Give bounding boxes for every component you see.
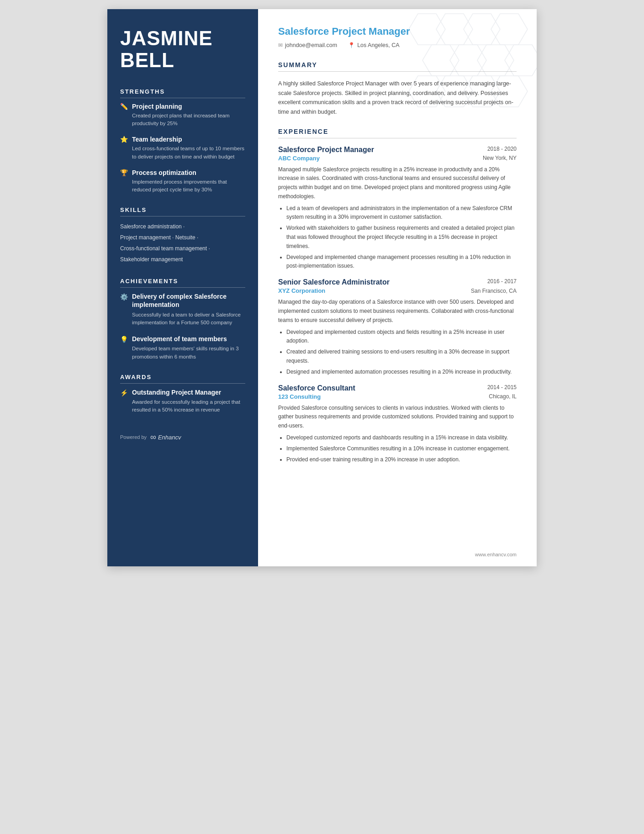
trophy-icon: 🏆 [120,169,128,176]
job-entry: Salesforce Consultant 2014 - 2015 123 Co… [278,384,517,465]
achievement-header: 💡 Development of team members [120,335,245,343]
summary-section-title: SUMMARY [278,61,517,72]
strength-desc: Created project plans that increased tea… [120,112,245,128]
skill-item: Salesforce administration · [120,221,245,232]
strength-header: 🏆 Process optimization [120,169,245,176]
strength-item: ⭐ Team leadership Led cross-functional t… [120,136,245,161]
strength-header: ⭐ Team leadership [120,136,245,143]
award-desc: Awarded for successfully leading a proje… [120,398,245,414]
exp-company: ABC Company [278,155,320,162]
award-item: ⚡ Outstanding Project Manager Awarded fo… [120,388,245,414]
strength-desc: Implemented process improvements that re… [120,178,245,194]
enhancv-logo-icon: ∞ [150,433,156,442]
exp-job-title: Salesforce Consultant [278,384,355,392]
email-icon: ✉ [278,42,283,48]
bullet-item: Worked with stakeholders to gather busin… [286,224,517,251]
powered-by-label: Powered by [120,434,147,440]
exp-dates: 2014 - 2015 [487,384,517,391]
candidate-name: JASMINE BELL [120,27,245,72]
exp-sub: 123 Consulting Chicago, IL [278,393,517,400]
bullet-item: Led a team of developers and administrat… [286,204,517,222]
exp-bullets: Developed customized reports and dashboa… [278,433,517,464]
experience-section-title: EXPERIENCE [278,128,517,138]
exp-location: San Francisco, CA [471,288,517,294]
contact-email: ✉ johndoe@email.com [278,42,337,48]
skills-section-title: SKILLS [120,206,245,216]
skill-item: Stakeholder management [120,254,245,265]
strength-item: ✏️ Project planning Created project plan… [120,103,245,128]
email-value: johndoe@email.com [285,42,337,48]
exp-company: XYZ Corporation [278,287,325,294]
exp-header: Senior Salesforce Administrator 2016 - 2… [278,278,517,286]
achievement-desc: Successfully led a team to deliver a Sal… [120,311,245,327]
exp-dates: 2018 - 2020 [487,146,517,152]
summary-text: A highly skilled Salesforce Project Mana… [278,79,517,117]
exp-location: New York, NY [483,155,517,161]
exp-bullets: Developed and implemented custom objects… [278,328,517,377]
exp-header: Salesforce Project Manager 2018 - 2020 [278,146,517,154]
strengths-section-title: STRENGTHS [120,88,245,98]
achievement-desc: Developed team members' skills resulting… [120,345,245,361]
bulb-icon: 💡 [120,336,128,343]
skills-list: Salesforce administration · Project mana… [120,221,245,265]
job-entry: Senior Salesforce Administrator 2016 - 2… [278,278,517,376]
skill-item: Cross-functional team management · [120,243,245,254]
gear-icon: ⚙️ [120,293,128,301]
pencil-icon: ✏️ [120,103,128,110]
strength-desc: Led cross-functional teams of up to 10 m… [120,145,245,161]
strength-title: Team leadership [132,136,182,143]
exp-desc: Provided Salesforce consulting services … [278,404,517,431]
exp-desc: Managed multiple Salesforce projects res… [278,165,517,201]
exp-desc: Managed the day-to-day operations of a S… [278,298,517,325]
resume-container: JASMINE BELL STRENGTHS ✏️ Project planni… [107,9,537,566]
exp-company: 123 Consulting [278,393,321,400]
bullet-item: Created and delivered training sessions … [286,348,517,366]
achievement-item: ⚙️ Delivery of complex Salesforce implem… [120,292,245,327]
achievement-title: Development of team members [132,335,227,343]
bullet-item: Developed customized reports and dashboa… [286,433,517,443]
location-value: Los Angeles, CA [357,42,399,48]
enhancv-logo: ∞ Enhancv [150,433,181,442]
achievement-item: 💡 Development of team members Developed … [120,335,245,361]
strength-item: 🏆 Process optimization Implemented proce… [120,169,245,194]
exp-job-title: Salesforce Project Manager [278,146,374,154]
awards-section-title: AWARDS [120,374,245,384]
contact-row: ✉ johndoe@email.com 📍 Los Angeles, CA [278,42,517,48]
sidebar: JASMINE BELL STRENGTHS ✏️ Project planni… [107,9,258,566]
exp-sub: ABC Company New York, NY [278,155,517,162]
exp-bullets: Led a team of developers and administrat… [278,204,517,271]
award-header: ⚡ Outstanding Project Manager [120,388,245,396]
skill-item: Project management · Netsuite · [120,232,245,243]
exp-header: Salesforce Consultant 2014 - 2015 [278,384,517,392]
strength-header: ✏️ Project planning [120,103,245,110]
job-entry: Salesforce Project Manager 2018 - 2020 A… [278,146,517,271]
achievement-header: ⚙️ Delivery of complex Salesforce implem… [120,292,245,309]
strength-title: Project planning [132,103,182,110]
contact-location: 📍 Los Angeles, CA [348,42,399,48]
star-icon: ⭐ [120,136,128,143]
powered-by-section: Powered by ∞ Enhancv [120,433,245,442]
location-icon: 📍 [348,42,355,48]
bullet-item: Implemented Salesforce Communities resul… [286,444,517,454]
bullet-item: Provided end-user training resulting in … [286,455,517,465]
bullet-item: Developed and implemented custom objects… [286,328,517,346]
website-footer: www.enhancv.com [475,552,517,557]
enhancv-brand-name: Enhancv [158,434,181,441]
award-title: Outstanding Project Manager [132,388,221,396]
exp-location: Chicago, IL [489,393,517,400]
achievement-title: Delivery of complex Salesforce implement… [132,292,245,309]
strength-title: Process optimization [132,169,196,176]
bullet-item: Designed and implemented automation proc… [286,368,517,377]
exp-job-title: Senior Salesforce Administrator [278,278,390,286]
lightning-icon: ⚡ [120,389,128,396]
achievements-section-title: ACHIEVEMENTS [120,278,245,288]
bullet-item: Developed and implemented change managem… [286,253,517,271]
exp-dates: 2016 - 2017 [487,278,517,285]
exp-sub: XYZ Corporation San Francisco, CA [278,287,517,294]
job-title: Salesforce Project Manager [278,26,517,37]
main-content: Salesforce Project Manager ✉ johndoe@ema… [258,9,537,566]
